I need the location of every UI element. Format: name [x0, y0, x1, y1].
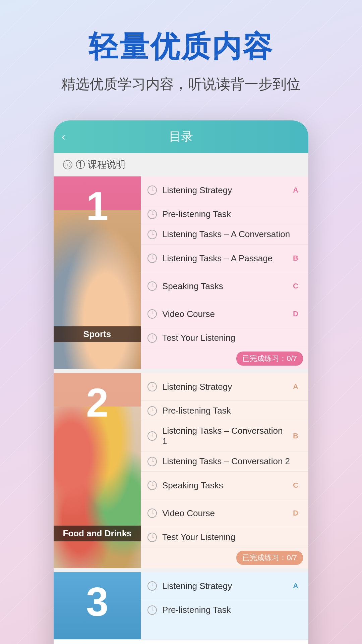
list-item[interactable]: Video Course D — [141, 300, 308, 328]
phone-mockup: ‹ 目录 ⓘ ① 课程说明 1 Sports Listening Strateg… — [54, 120, 308, 644]
list-item[interactable]: Test Your Listening — [141, 527, 308, 547]
clock-icon — [147, 185, 157, 195]
list-item[interactable]: Listening Tasks – Conversation 1 B — [141, 421, 308, 451]
chapter-card-3: 3 Listening Strategy A Pre-listening Tas… — [54, 572, 308, 639]
chapter-1-label: Sports — [54, 326, 141, 342]
task-name: Listening Strategy — [162, 581, 284, 591]
list-item[interactable]: Listening Strategy A — [141, 373, 308, 401]
task-name: Listening Tasks – A Passage — [162, 253, 284, 264]
list-item[interactable]: Pre-listening Task — [141, 204, 308, 224]
clock-icon — [147, 254, 157, 263]
task-name: Listening Strategy — [162, 382, 284, 392]
clock-icon — [147, 457, 157, 466]
chapter-1-progress-badge: 已完成练习：0/7 — [236, 352, 303, 366]
list-item[interactable]: Listening Strategy A — [141, 572, 308, 600]
list-item[interactable]: Listening Tasks – A Passage B — [141, 245, 308, 272]
clock-icon — [147, 508, 157, 518]
clock-icon — [147, 230, 157, 239]
chapter-3-number: 3 — [86, 582, 109, 622]
task-name: Listening Tasks – Conversation 2 — [162, 456, 302, 467]
clock-icon — [147, 382, 157, 391]
clock-icon — [147, 481, 157, 490]
app-header: ‹ 目录 — [54, 120, 308, 153]
chapter-2-progress-badge: 已完成练习：0/7 — [236, 551, 303, 565]
chapter-card-2: 2 Food and Drinks Listening Strategy A P… — [54, 373, 308, 568]
chapter-2-left: 2 Food and Drinks — [54, 373, 141, 568]
task-name: Pre-listening Task — [162, 406, 302, 416]
chapter-1-image — [54, 210, 141, 369]
clock-icon — [147, 533, 157, 542]
chapter-3-right: Listening Strategy A Pre-listening Task — [141, 572, 308, 639]
clock-icon — [147, 210, 157, 219]
chapter-2-progress-row: 已完成练习：0/7 — [141, 547, 308, 568]
task-name: Pre-listening Task — [162, 605, 302, 615]
task-name: Test Your Listening — [162, 532, 302, 542]
chapter-1-progress-row: 已完成练习：0/7 — [141, 348, 308, 369]
list-item[interactable]: Speaking Tasks C — [141, 472, 308, 499]
chapter-1-left: 1 Sports — [54, 176, 141, 369]
task-name: Speaking Tasks — [162, 480, 284, 491]
list-item[interactable]: Listening Tasks – A Conversation — [141, 224, 308, 245]
task-name: Listening Tasks – A Conversation — [162, 229, 302, 239]
course-desc-row[interactable]: ⓘ ① 课程说明 — [54, 153, 308, 176]
back-button[interactable]: ‹ — [62, 130, 65, 143]
course-desc-label: ① 课程说明 — [76, 158, 125, 171]
task-name: Speaking Tasks — [162, 281, 284, 291]
task-name: Pre-listening Task — [162, 209, 302, 219]
sports-image — [54, 210, 141, 369]
chapter-2-image — [54, 407, 141, 568]
list-item[interactable]: Speaking Tasks C — [141, 272, 308, 300]
page-title: 轻量优质内容 — [20, 27, 342, 67]
list-item[interactable]: Pre-listening Task — [141, 401, 308, 421]
clock-icon — [147, 581, 157, 591]
app-header-title: 目录 — [169, 128, 193, 145]
chapter-divider — [54, 369, 308, 373]
chapter-3-left: 3 — [54, 572, 141, 639]
clock-icon — [147, 309, 157, 319]
clock-icon — [147, 406, 157, 416]
task-name: Listening Strategy — [162, 185, 284, 196]
task-name: Listening Tasks – Conversation 1 — [162, 426, 284, 446]
clock-icon — [147, 281, 157, 291]
task-name: Test Your Listening — [162, 333, 302, 343]
chapter-2-right: Listening Strategy A Pre-listening Task … — [141, 373, 308, 568]
bottom-bar: 已学习 9.3 小时，完成 0% 继续学习 — [54, 639, 308, 644]
sports-image-inner — [54, 210, 141, 369]
list-item[interactable]: Test Your Listening — [141, 328, 308, 348]
page-subtitle: 精选优质学习内容，听说读背一步到位 — [20, 75, 342, 94]
clock-icon — [147, 605, 157, 615]
chapter-2-label: Food and Drinks — [54, 526, 141, 541]
list-item[interactable]: Listening Strategy A — [141, 176, 308, 204]
clock-icon — [147, 431, 157, 441]
chapter-card-1: 1 Sports Listening Strategy A Pre-listen… — [54, 176, 308, 369]
list-item[interactable]: Video Course D — [141, 499, 308, 527]
page-header: 轻量优质内容 精选优质学习内容，听说读背一步到位 — [0, 0, 362, 107]
chapter-1-right: Listening Strategy A Pre-listening Task … — [141, 176, 308, 369]
list-item[interactable]: Pre-listening Task — [141, 600, 308, 620]
chapter-2-number: 2 — [86, 382, 109, 423]
clock-icon — [147, 333, 157, 343]
food-image — [54, 407, 141, 568]
info-icon: ⓘ — [63, 160, 72, 169]
task-name: Video Course — [162, 309, 284, 319]
list-item[interactable]: Listening Tasks – Conversation 2 — [141, 451, 308, 472]
chapter-divider-2 — [54, 568, 308, 572]
chapter-1-number: 1 — [86, 186, 109, 226]
task-name: Video Course — [162, 508, 284, 519]
